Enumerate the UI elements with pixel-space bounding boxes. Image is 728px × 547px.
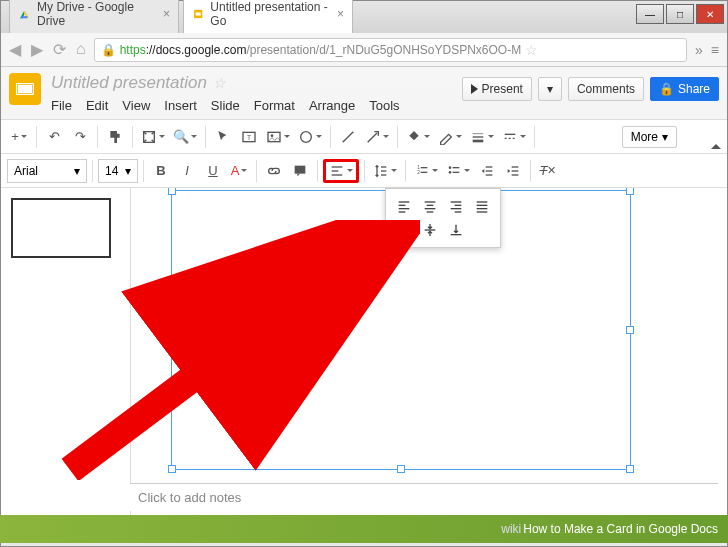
resize-handle-se[interactable]	[626, 465, 634, 473]
more-button[interactable]: More▾	[622, 126, 677, 148]
italic-button[interactable]: I	[175, 159, 199, 183]
zoom-button[interactable]: 🔍	[170, 125, 200, 149]
align-right-icon[interactable]	[445, 196, 467, 216]
textbox-tool[interactable]: T	[237, 125, 261, 149]
select-tool[interactable]	[211, 125, 235, 149]
app-header: Untitled presentation ☆ File Edit View I…	[1, 67, 727, 120]
menu-tools[interactable]: Tools	[369, 98, 399, 113]
svg-rect-4	[196, 12, 201, 15]
image-tool[interactable]	[263, 125, 293, 149]
text-color-button[interactable]: A	[227, 159, 251, 183]
paint-format-button[interactable]	[103, 125, 127, 149]
align-justify-icon[interactable]	[471, 196, 493, 216]
slides-icon	[16, 82, 34, 96]
insert-link-button[interactable]	[262, 159, 286, 183]
align-left-icon[interactable]	[393, 196, 415, 216]
resize-handle-ne[interactable]	[626, 188, 634, 195]
resize-handle-w[interactable]	[168, 326, 176, 334]
svg-point-12	[301, 131, 312, 142]
border-weight-button[interactable]	[467, 125, 497, 149]
svg-line-13	[343, 131, 354, 142]
browser-menu-button[interactable]: ≡	[711, 42, 719, 58]
resize-handle-nw[interactable]	[168, 188, 176, 195]
slide-thumbnail-1[interactable]	[11, 198, 111, 258]
close-tab-icon[interactable]: ×	[163, 7, 170, 21]
menu-format[interactable]: Format	[254, 98, 295, 113]
bookmark-star-icon[interactable]: ☆	[525, 42, 538, 58]
underline-button[interactable]: U	[201, 159, 225, 183]
wikihow-banner: wiki How to Make a Card in Google Docs	[0, 515, 728, 543]
resize-handle-e[interactable]	[626, 326, 634, 334]
zoom-fit-button[interactable]	[138, 125, 168, 149]
bullet-list-button[interactable]	[443, 159, 473, 183]
browser-tab-bar: My Drive - Google Drive × Untitled prese…	[1, 1, 727, 33]
decrease-indent-button[interactable]	[475, 159, 499, 183]
redo-button[interactable]: ↷	[68, 125, 92, 149]
slides-logo[interactable]	[9, 73, 41, 105]
present-dropdown[interactable]: ▾	[538, 77, 562, 101]
forward-button[interactable]: ▶	[31, 40, 43, 59]
line-spacing-button[interactable]	[370, 159, 400, 183]
clear-formatting-button[interactable]: T✕	[536, 159, 560, 183]
svg-point-31	[449, 166, 452, 169]
play-icon	[471, 84, 478, 94]
increase-indent-button[interactable]	[501, 159, 525, 183]
svg-text:2: 2	[417, 169, 420, 174]
font-select[interactable]: Arial▾	[7, 159, 87, 183]
star-doc-icon[interactable]: ☆	[213, 75, 226, 91]
minimize-button[interactable]: —	[636, 4, 664, 24]
svg-text:T: T	[247, 133, 251, 140]
home-button[interactable]: ⌂	[76, 40, 86, 59]
comments-button[interactable]: Comments	[568, 77, 644, 101]
border-color-button[interactable]	[435, 125, 465, 149]
svg-marker-2	[20, 16, 28, 18]
maximize-button[interactable]: □	[666, 4, 694, 24]
slides-tab-icon	[192, 7, 204, 21]
menu-file[interactable]: File	[51, 98, 72, 113]
font-size-select[interactable]: 14▾	[98, 159, 138, 183]
menu-arrange[interactable]: Arrange	[309, 98, 355, 113]
menu-view[interactable]: View	[122, 98, 150, 113]
url-input[interactable]: 🔒 https://docs.google.com/presentation/d…	[94, 38, 687, 62]
align-bottom-icon[interactable]	[445, 220, 467, 240]
svg-point-11	[271, 134, 274, 137]
bold-button[interactable]: B	[149, 159, 173, 183]
doc-title[interactable]: Untitled presentation	[51, 73, 207, 93]
tab-label: My Drive - Google Drive	[37, 0, 157, 28]
insert-comment-button[interactable]	[288, 159, 312, 183]
resize-handle-sw[interactable]	[168, 465, 176, 473]
reload-button[interactable]: ⟳	[53, 40, 66, 59]
align-popup	[385, 188, 501, 248]
speaker-notes[interactable]: Click to add notes	[130, 483, 718, 511]
slide-thumbnails	[1, 188, 131, 533]
browser-tab-drive[interactable]: My Drive - Google Drive ×	[9, 0, 179, 33]
browser-tab-slides[interactable]: Untitled presentation - Go ×	[183, 0, 353, 33]
close-tab-icon[interactable]: ×	[337, 7, 344, 21]
lock-icon: 🔒	[659, 82, 674, 96]
svg-point-32	[449, 171, 452, 174]
undo-button[interactable]: ↶	[42, 125, 66, 149]
menu-insert[interactable]: Insert	[164, 98, 197, 113]
menu-edit[interactable]: Edit	[86, 98, 108, 113]
new-slide-button[interactable]: +	[7, 125, 31, 149]
close-window-button[interactable]: ✕	[696, 4, 724, 24]
collapse-toolbar-button[interactable]	[711, 129, 721, 144]
align-top-icon[interactable]	[393, 220, 415, 240]
align-button[interactable]	[323, 159, 359, 183]
line-tool[interactable]	[336, 125, 360, 149]
share-button[interactable]: 🔒 Share	[650, 77, 719, 101]
arrow-tool[interactable]	[362, 125, 392, 149]
back-button[interactable]: ◀	[9, 40, 21, 59]
present-button[interactable]: Present	[462, 77, 532, 101]
border-dash-button[interactable]	[499, 125, 529, 149]
canvas-area	[1, 188, 727, 533]
extensions-button[interactable]: »	[695, 42, 703, 58]
fill-color-button[interactable]	[403, 125, 433, 149]
shape-tool[interactable]	[295, 125, 325, 149]
menu-slide[interactable]: Slide	[211, 98, 240, 113]
drive-icon	[18, 7, 31, 21]
resize-handle-s[interactable]	[397, 465, 405, 473]
align-center-icon[interactable]	[419, 196, 441, 216]
numbered-list-button[interactable]: 12	[411, 159, 441, 183]
align-middle-icon[interactable]	[419, 220, 441, 240]
